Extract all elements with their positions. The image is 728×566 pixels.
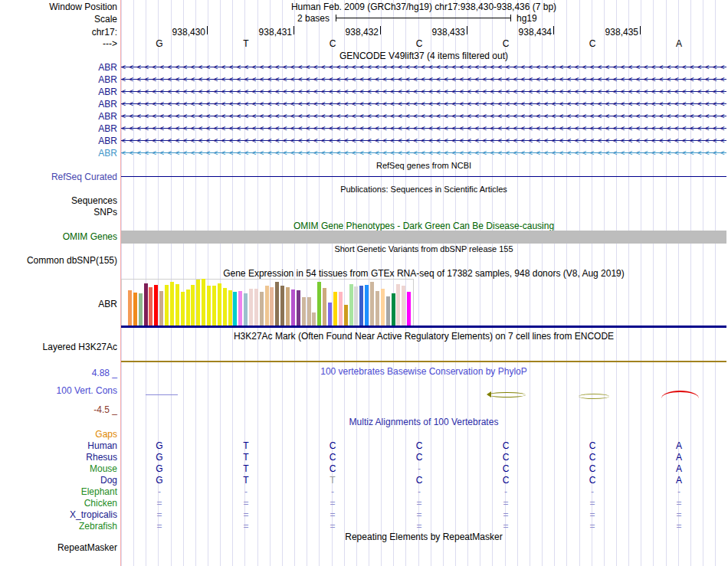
track-label-abr-transcript[interactable]: ABR — [98, 148, 117, 159]
gtex-tissue-bar[interactable] — [402, 286, 405, 326]
track-label-snps[interactable]: SNPs — [93, 207, 117, 218]
gtex-tissue-bar[interactable] — [328, 303, 332, 326]
gtex-tissue-bar[interactable] — [333, 292, 337, 326]
track-label-abr-transcript[interactable]: ABR — [98, 87, 117, 97]
track-label-gaps[interactable]: Gaps — [95, 429, 117, 440]
multiz-species-label-elephant[interactable]: Elephant — [81, 486, 117, 497]
gtex-tissue-bar[interactable] — [154, 285, 158, 326]
gtex-tissue-bar[interactable] — [186, 290, 190, 326]
gtex-tissue-bar[interactable] — [280, 286, 284, 326]
gtex-tissue-bar[interactable] — [365, 285, 369, 326]
gencode-transcript-arrow-line[interactable]: <<<<<<<<<<<<<<<<<<<<<<<<<<<<<<<<<<<<<<<<… — [121, 149, 726, 157]
gtex-tissue-bar[interactable] — [312, 312, 316, 326]
gtex-tissue-bar[interactable] — [323, 288, 326, 326]
gtex-tissue-bar[interactable] — [265, 286, 269, 326]
gtex-tissue-bar[interactable] — [307, 297, 311, 326]
gtex-tissue-bar[interactable] — [297, 290, 300, 326]
gtex-tissue-bar[interactable] — [275, 282, 279, 326]
gtex-tissue-bar[interactable] — [175, 284, 179, 326]
gtex-tissue-bar[interactable] — [170, 282, 174, 326]
refseq-curated-gene-line[interactable] — [121, 176, 726, 177]
gtex-tissue-bar[interactable] — [233, 292, 237, 326]
multiz-species-label-dog[interactable]: Dog — [100, 475, 117, 486]
multiz-species-label-mouse[interactable]: Mouse — [90, 463, 117, 474]
track-label-abr-transcript[interactable]: ABR — [98, 62, 117, 73]
gtex-tissue-bar[interactable] — [270, 287, 274, 326]
phylop-mark-line[interactable] — [146, 394, 178, 395]
gencode-track-header: GENCODE V49lift37 (4 items filtered out) — [121, 51, 726, 61]
multiz-species-label-x_tropicalis[interactable]: X_tropicalis — [70, 509, 117, 520]
multiz-species-label-zebrafish[interactable]: Zebrafish — [79, 521, 117, 532]
track-label-100-vert-cons[interactable]: 100 Vert. Cons — [57, 385, 117, 396]
gtex-tissue-bar[interactable] — [165, 285, 169, 326]
gencode-transcript-arrow-line[interactable]: <<<<<<<<<<<<<<<<<<<<<<<<<<<<<<<<<<<<<<<<… — [121, 113, 726, 120]
gtex-tissue-bar[interactable] — [218, 283, 221, 326]
gencode-transcript-arrow-line[interactable]: <<<<<<<<<<<<<<<<<<<<<<<<<<<<<<<<<<<<<<<<… — [121, 125, 726, 133]
track-label-sequences[interactable]: Sequences — [71, 195, 117, 206]
gtex-tissue-bar[interactable] — [407, 292, 411, 326]
track-label-refseq-curated[interactable]: RefSeq Curated — [51, 172, 117, 182]
browser-track-image[interactable]: Human Feb. 2009 (GRCh37/hg19) chr17:938,… — [120, 0, 726, 566]
gtex-tissue-bar[interactable] — [196, 280, 200, 326]
gtex-tissue-bar[interactable] — [144, 283, 148, 326]
h3k27ac-signal-line[interactable] — [121, 361, 726, 362]
gtex-tissue-bar[interactable] — [339, 292, 343, 326]
multiz-species-label-rhesus[interactable]: Rhesus — [86, 452, 117, 463]
gtex-tissue-bar[interactable] — [181, 292, 185, 326]
track-label-omim-genes[interactable]: OMIM Genes — [63, 231, 117, 242]
track-label-abr-transcript[interactable]: ABR — [98, 74, 117, 85]
gtex-tissue-bar[interactable] — [370, 282, 374, 326]
gtex-tissue-bar[interactable] — [386, 296, 390, 326]
track-label-abr-transcript[interactable]: ABR — [98, 99, 117, 110]
gtex-tissue-bar[interactable] — [302, 297, 306, 326]
phylop-mark-lens[interactable] — [579, 394, 609, 399]
multiz-species-label-chicken[interactable]: Chicken — [84, 498, 117, 509]
gtex-tissue-bar[interactable] — [244, 293, 248, 326]
track-label-common-dbsnp[interactable]: Common dbSNP(155) — [27, 255, 117, 266]
gtex-tissue-bar[interactable] — [254, 289, 258, 326]
gtex-tissue-bar[interactable] — [291, 290, 295, 326]
gencode-transcript-arrow-line[interactable]: <<<<<<<<<<<<<<<<<<<<<<<<<<<<<<<<<<<<<<<<… — [121, 76, 726, 83]
phylop-mark-arc[interactable] — [661, 391, 699, 398]
gtex-tissue-bar[interactable] — [359, 286, 363, 326]
omim-gene-bar[interactable] — [121, 231, 726, 244]
gencode-transcript-arrow-line[interactable]: <<<<<<<<<<<<<<<<<<<<<<<<<<<<<<<<<<<<<<<<… — [121, 137, 726, 145]
gtex-tissue-bar[interactable] — [344, 305, 348, 326]
gtex-tissue-bar[interactable] — [349, 284, 353, 326]
gtex-tissue-bar[interactable] — [149, 287, 152, 326]
gtex-tissue-bar[interactable] — [139, 293, 143, 326]
gtex-tissue-bar[interactable] — [159, 291, 163, 326]
strand-direction-label[interactable]: ---> — [103, 38, 117, 49]
multiz-species-label-human[interactable]: Human — [87, 440, 117, 451]
gtex-tissue-bar[interactable] — [191, 285, 195, 326]
gtex-tissue-bar[interactable] — [133, 293, 137, 326]
gtex-tissue-bar[interactable] — [249, 289, 253, 326]
gtex-tissue-bar[interactable] — [260, 292, 264, 326]
track-label-abr-transcript[interactable]: ABR — [98, 111, 117, 122]
multiz-alignment-base: C — [589, 440, 596, 451]
track-label-abr-transcript[interactable]: ABR — [98, 136, 117, 146]
track-label-repeatmasker[interactable]: RepeatMasker — [57, 542, 117, 553]
gencode-transcript-arrow-line[interactable]: <<<<<<<<<<<<<<<<<<<<<<<<<<<<<<<<<<<<<<<<… — [121, 64, 726, 71]
gtex-tissue-bar[interactable] — [317, 282, 321, 326]
gtex-tissue-bar[interactable] — [223, 288, 227, 326]
gtex-tissue-bar[interactable] — [392, 293, 395, 326]
track-label-layered-h3k27ac[interactable]: Layered H3K27Ac — [43, 342, 117, 352]
multiz-alignment-base: = — [330, 509, 335, 520]
gencode-transcript-arrow-line[interactable]: <<<<<<<<<<<<<<<<<<<<<<<<<<<<<<<<<<<<<<<<… — [121, 88, 726, 96]
gtex-tissue-bar[interactable] — [128, 290, 132, 326]
track-label-gtex-abr[interactable]: ABR — [98, 299, 117, 309]
gtex-tissue-bar[interactable] — [375, 291, 379, 326]
phylop-mark-lens-arrow[interactable] — [488, 392, 526, 398]
gtex-tissue-bar[interactable] — [228, 290, 232, 326]
track-label-abr-transcript[interactable]: ABR — [98, 123, 117, 134]
gtex-tissue-bar[interactable] — [207, 286, 211, 326]
gtex-tissue-bar[interactable] — [238, 291, 242, 326]
gencode-transcript-arrow-line[interactable]: <<<<<<<<<<<<<<<<<<<<<<<<<<<<<<<<<<<<<<<<… — [121, 100, 726, 108]
gtex-tissue-bar[interactable] — [381, 289, 385, 326]
gtex-tissue-bar[interactable] — [286, 287, 290, 326]
gtex-tissue-bar[interactable] — [212, 286, 216, 326]
gtex-tissue-bar[interactable] — [354, 286, 358, 326]
gtex-tissue-bar[interactable] — [202, 279, 205, 326]
gtex-tissue-bar[interactable] — [396, 284, 400, 326]
